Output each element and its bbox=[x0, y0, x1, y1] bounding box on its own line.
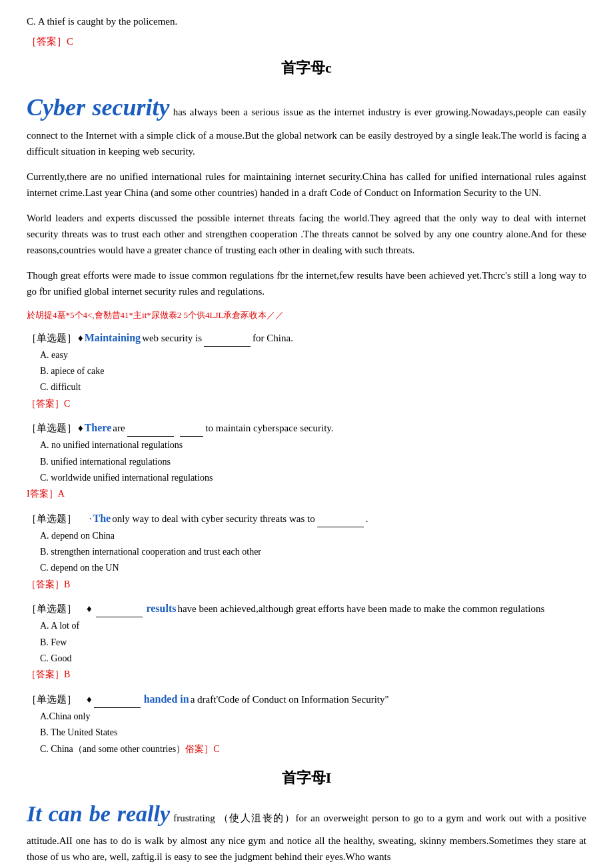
q1-bracket-open: ［单选题］ bbox=[27, 330, 77, 346]
q5-answer-inline: 俗案］C bbox=[185, 744, 219, 754]
q2-options: A. no unified international regulations … bbox=[40, 438, 586, 485]
q2-blank1 bbox=[127, 420, 174, 437]
q3-line: ［单选题］ · The only way to deal with cyber … bbox=[27, 510, 586, 527]
article-intro-2: Currently,there are no unified internati… bbox=[27, 169, 586, 201]
q3-option-b: B. strengthen international cooperation … bbox=[40, 545, 586, 559]
q2-blank2 bbox=[180, 420, 203, 437]
q4-keyword: results bbox=[146, 600, 176, 617]
noise-text: 於胡提4墓*5个4<,會勌昔41*主it*尿做泰2 5个供4LJL承倉豕收本／／ bbox=[27, 309, 586, 323]
article-intro-1: Cyber security has always been a serious… bbox=[27, 89, 586, 159]
q2-option-b: B. unified international regulations bbox=[40, 455, 586, 469]
question-2: ［单选题］ ♦ There are to maintain cyberspace… bbox=[27, 419, 586, 502]
q4-options: A. A lot of B. Few C. Good bbox=[40, 619, 586, 666]
q1-option-c: C. difficult bbox=[40, 380, 586, 395]
q3-blank bbox=[317, 511, 364, 527]
q4-option-b: B. Few bbox=[40, 635, 586, 650]
q2-option-c: C. worldwide unified international regul… bbox=[40, 471, 586, 485]
q2-answer: I答案］A bbox=[27, 487, 586, 501]
q5-keyword: handed in bbox=[144, 691, 189, 708]
article-intro-3: World leaders and experts discussed the … bbox=[27, 210, 586, 258]
q1-text: web security is for China. bbox=[142, 330, 293, 347]
article2-intro: It can be really frustrating （使人沮丧的）for … bbox=[27, 796, 586, 864]
question-4: ［单选题］ ♦ results have been achieved,altho… bbox=[27, 600, 586, 683]
article-intro-4: Though great efforts were made to issue … bbox=[27, 267, 586, 299]
question-5: ［单选题］ ♦ handed in a draft'Code of Conduc… bbox=[27, 691, 586, 757]
q5-line: ［单选题］ ♦ handed in a draft'Code of Conduc… bbox=[27, 691, 586, 708]
q1-line: ［单选题］ ♦ Maintaining web security is for … bbox=[27, 329, 586, 347]
top-answer-label: ［答案］C bbox=[27, 33, 586, 49]
q5-text: a draft'Code of Conduct on Information S… bbox=[191, 691, 389, 707]
q2-keyword: There bbox=[85, 419, 112, 437]
q2-bracket-open: ［单选题］ bbox=[27, 420, 77, 436]
q4-text: have been achieved,although great effort… bbox=[177, 601, 544, 617]
q1-keyword: Maintaining bbox=[85, 329, 141, 347]
q3-options: A. depend on China B. strengthen interna… bbox=[40, 529, 586, 576]
q2-diamond: ♦ bbox=[78, 420, 83, 436]
q1-diamond: ♦ bbox=[78, 330, 83, 346]
q1-blank bbox=[204, 330, 251, 347]
q5-options: A.China only B. The United States C. Chi… bbox=[40, 709, 586, 757]
q3-text: only way to deal with cyber security thr… bbox=[112, 511, 368, 527]
q1-answer: ［答案］C bbox=[27, 397, 586, 411]
top-answer-line: C. A thief is caught by the policemen. bbox=[27, 13, 586, 29]
q2-option-a: A. no unified international regulations bbox=[40, 438, 586, 453]
section-header-c: 首字母c bbox=[27, 56, 586, 79]
q3-answer: ［答案］B bbox=[27, 577, 586, 592]
q2-line: ［单选题］ ♦ There are to maintain cyberspace… bbox=[27, 419, 586, 437]
q2-text: are to maintain cyberspace security. bbox=[113, 420, 333, 437]
q3-keyword: The bbox=[93, 510, 111, 527]
q4-bracket-open: ［单选题］ ♦ bbox=[27, 601, 145, 617]
q5-option-a: A.China only bbox=[40, 709, 586, 724]
article2-title: It can be really bbox=[27, 801, 170, 826]
q4-blank bbox=[96, 601, 143, 617]
q5-bracket-open: ［单选题］ ♦ bbox=[27, 691, 143, 708]
q1-options: A. easy B. apiece of cake C. difficult bbox=[40, 348, 586, 395]
q1-option-a: A. easy bbox=[40, 348, 586, 363]
question-1: ［单选题］ ♦ Maintaining web security is for … bbox=[27, 329, 586, 412]
q4-answer: ［答案］B bbox=[27, 667, 586, 682]
section-header-I: 首字母I bbox=[27, 766, 586, 789]
q5-option-b: B. The United States bbox=[40, 725, 586, 740]
q4-option-c: C. Good bbox=[40, 651, 586, 666]
article-title: Cyber security bbox=[27, 94, 169, 121]
q3-bracket-open: ［单选题］ · bbox=[27, 511, 92, 527]
q3-option-a: A. depend on China bbox=[40, 529, 586, 543]
q1-option-b: B. apiece of cake bbox=[40, 364, 586, 379]
q4-line: ［单选题］ ♦ results have been achieved,altho… bbox=[27, 600, 586, 617]
q4-option-a: A. A lot of bbox=[40, 619, 586, 633]
q3-option-c: C. depend on the UN bbox=[40, 561, 586, 575]
question-3: ［单选题］ · The only way to deal with cyber … bbox=[27, 510, 586, 593]
q5-option-c: C. China（and some other countries）俗案］C bbox=[40, 742, 586, 757]
q5-blank bbox=[94, 691, 141, 708]
